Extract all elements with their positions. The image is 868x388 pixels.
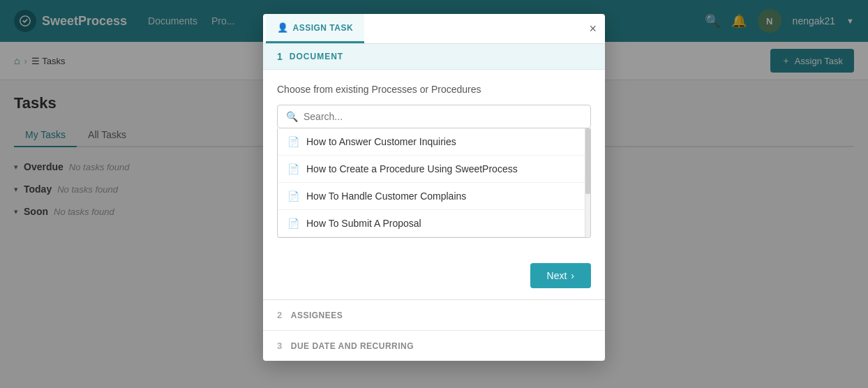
user-icon: 👤 bbox=[277, 22, 289, 33]
modal-tab-bar: 👤 Assign Task × bbox=[263, 14, 605, 44]
assign-task-modal: 👤 Assign Task × 1 DOCUMENT Choose from e… bbox=[263, 14, 605, 242]
search-input-icon: 🔍 bbox=[286, 111, 298, 122]
doc-title: How to Create a Procedure Using SweetPro… bbox=[306, 163, 518, 174]
doc-item[interactable]: 📄 How to Create a Procedure Using SweetP… bbox=[278, 156, 590, 183]
scrollbar-track bbox=[585, 128, 590, 237]
doc-file-icon: 📄 bbox=[287, 136, 299, 147]
choose-text: Choose from existing Processes or Proced… bbox=[277, 84, 591, 95]
doc-title: How To Handle Customer Complains bbox=[306, 191, 466, 202]
modal-close-button[interactable]: × bbox=[589, 22, 597, 35]
doc-item[interactable]: 📄 How to Answer Customer Inquiries bbox=[278, 128, 590, 156]
modal-overlay: 👤 Assign Task × 1 DOCUMENT Choose from e… bbox=[0, 0, 868, 242]
doc-item[interactable]: 📄 How To Submit A Proposal bbox=[278, 210, 590, 237]
scrollbar-thumb bbox=[585, 128, 590, 194]
modal-tab-label: Assign Task bbox=[293, 23, 354, 33]
doc-title: How To Submit A Proposal bbox=[306, 218, 421, 229]
modal-tab-assign-task[interactable]: 👤 Assign Task bbox=[266, 14, 364, 43]
step1-num: 1 bbox=[277, 51, 283, 62]
doc-file-icon: 📄 bbox=[287, 218, 299, 229]
step1-header: 1 DOCUMENT bbox=[263, 44, 605, 70]
document-list: 📄 How to Answer Customer Inquiries 📄 How… bbox=[277, 128, 591, 238]
doc-item[interactable]: 📄 How To Handle Customer Complains bbox=[278, 183, 590, 210]
step1-label: DOCUMENT bbox=[290, 52, 343, 61]
doc-title: How to Answer Customer Inquiries bbox=[306, 136, 456, 147]
modal-body: Choose from existing Processes or Proced… bbox=[263, 70, 605, 242]
search-box: 🔍 bbox=[277, 105, 591, 128]
search-input[interactable] bbox=[304, 111, 582, 122]
doc-file-icon: 📄 bbox=[287, 191, 299, 202]
doc-file-icon: 📄 bbox=[287, 163, 299, 174]
